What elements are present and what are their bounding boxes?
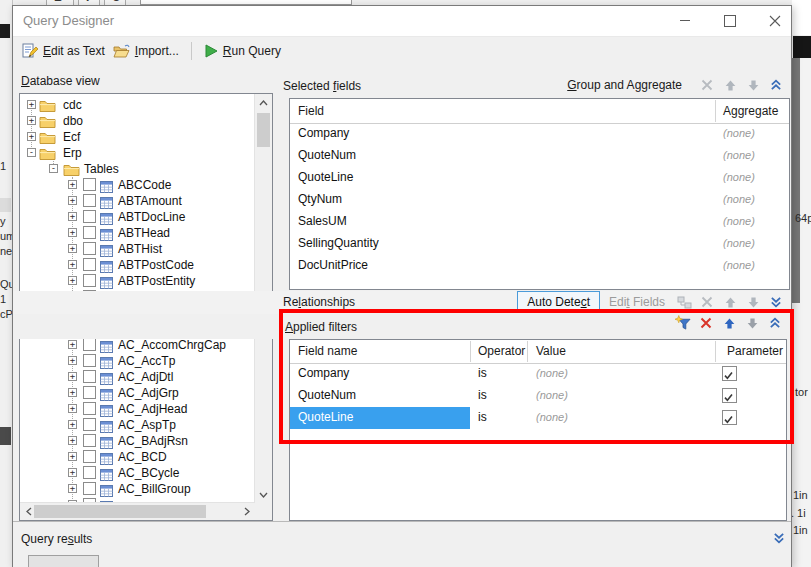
column-header-field-name[interactable]: Field name [298, 340, 357, 363]
move-relationship-down-icon[interactable] [745, 294, 761, 310]
expand-node-icon[interactable]: + [68, 340, 77, 349]
move-filter-up-icon[interactable] [721, 315, 737, 331]
tree-item[interactable]: +ABTPostEntity [20, 273, 250, 289]
tree-item[interactable]: +ABTAmount [20, 193, 250, 209]
scroll-up-icon[interactable] [255, 94, 272, 111]
expand-node-icon[interactable]: + [27, 100, 36, 109]
column-header-operator[interactable]: Operator [478, 340, 525, 363]
tree-checkbox[interactable] [83, 386, 96, 399]
move-filter-down-icon[interactable] [744, 315, 760, 331]
auto-detect-button[interactable]: Auto Detect [517, 291, 600, 313]
edit-fields-button[interactable]: Edit Fields [609, 295, 665, 309]
tree-checkbox[interactable] [83, 178, 96, 191]
expand-node-icon[interactable]: + [68, 276, 77, 285]
titlebar[interactable]: Query Designer [13, 6, 791, 37]
delete-field-icon[interactable] [699, 77, 715, 93]
collapse-filters-icon[interactable] [767, 315, 783, 331]
expand-node-icon[interactable]: + [68, 388, 77, 397]
filter-value[interactable]: (none) [536, 367, 568, 379]
tree-item[interactable]: +dbo [20, 113, 250, 129]
selected-field-row[interactable]: SalesUM(none) [290, 211, 789, 233]
collapse-node-icon[interactable]: - [49, 164, 58, 173]
selected-field-row[interactable]: QtyNum(none) [290, 189, 789, 211]
column-header-value[interactable]: Value [536, 340, 566, 363]
expand-node-icon[interactable]: + [68, 356, 77, 365]
column-header-parameter[interactable]: Parameter [727, 340, 783, 363]
column-header-field[interactable]: Field [298, 99, 324, 122]
run-query-button[interactable]: Run Query [200, 40, 285, 62]
expand-node-icon[interactable]: + [68, 244, 77, 253]
expand-node-icon[interactable]: + [68, 180, 77, 189]
tree-checkbox[interactable] [83, 482, 96, 495]
tree-item[interactable]: +AC_AdjHead [20, 401, 250, 417]
tree-checkbox[interactable] [83, 274, 96, 287]
expand-node-icon[interactable]: + [68, 196, 77, 205]
filter-row[interactable]: Companyis(none) [290, 363, 786, 385]
selected-field-row[interactable]: QuoteLine(none) [290, 167, 789, 189]
aggregate-value[interactable]: (none) [723, 193, 755, 205]
tree-item[interactable]: +AC_AdjDtl [20, 369, 250, 385]
tree-item[interactable]: +cdc [20, 97, 250, 113]
tree-checkbox[interactable] [83, 338, 96, 351]
query-results-button-partial[interactable] [28, 555, 99, 567]
edit-relationship-icon[interactable] [676, 294, 692, 310]
expand-node-icon[interactable]: + [68, 484, 77, 493]
aggregate-value[interactable]: (none) [723, 127, 755, 139]
column-divider[interactable] [715, 341, 716, 362]
tree-checkbox[interactable] [83, 194, 96, 207]
tree-item[interactable]: +AC_BCycle [20, 465, 250, 481]
tree-item[interactable]: +AC_BillGroup [20, 481, 250, 497]
expand-node-icon[interactable]: + [68, 452, 77, 461]
filter-value[interactable]: (none) [536, 411, 568, 423]
tree-item[interactable]: +AC_AspTp [20, 417, 250, 433]
tree-hscroll-thumb[interactable] [34, 505, 206, 518]
tree-item[interactable]: +Ecf [20, 129, 250, 145]
selected-field-row[interactable]: QuoteNum(none) [290, 145, 789, 167]
delete-relationship-icon[interactable] [699, 294, 715, 310]
aggregate-value[interactable]: (none) [723, 149, 755, 161]
tree-checkbox[interactable] [83, 226, 96, 239]
add-filter-icon[interactable] [675, 315, 691, 331]
group-and-aggregate-button[interactable]: Group and Aggregate [567, 78, 682, 92]
tree-checkbox[interactable] [83, 434, 96, 447]
column-divider[interactable] [715, 100, 716, 122]
parameter-checkbox[interactable] [722, 410, 737, 425]
tree-checkbox[interactable] [83, 466, 96, 479]
import-button[interactable]: Import... [109, 40, 183, 62]
minimize-button[interactable] [669, 6, 701, 35]
maximize-button[interactable] [714, 6, 746, 35]
edit-as-text-button[interactable]: Edit as Text [18, 40, 109, 62]
aggregate-value[interactable]: (none) [723, 215, 755, 227]
tree-checkbox[interactable] [83, 258, 96, 271]
tree-checkbox[interactable] [83, 354, 96, 367]
aggregate-value[interactable]: (none) [723, 259, 755, 271]
expand-section-icon[interactable] [768, 294, 784, 310]
tree-item[interactable]: +ABTHead [20, 225, 250, 241]
tree-item[interactable]: +AC_AccTp [20, 353, 250, 369]
scroll-right-icon[interactable] [238, 503, 255, 520]
expand-results-icon[interactable] [771, 530, 787, 546]
selected-field-row[interactable]: SellingQuantity(none) [290, 233, 789, 255]
filter-operator[interactable]: is [478, 410, 487, 424]
tree-checkbox[interactable] [83, 210, 96, 223]
tree-checkbox[interactable] [83, 418, 96, 431]
expand-node-icon[interactable]: + [68, 468, 77, 477]
tree-horizontal-scrollbar[interactable] [20, 502, 255, 520]
expand-node-icon[interactable]: + [68, 212, 77, 221]
filter-value[interactable]: (none) [536, 389, 568, 401]
tree-item[interactable]: +ABCCode [20, 177, 250, 193]
filter-row[interactable]: QuoteNumis(none) [290, 385, 786, 407]
selected-field-row[interactable]: DocUnitPrice(none) [290, 255, 789, 277]
tree-item[interactable]: +AC_AccomChrgCap [20, 337, 250, 353]
tree-item[interactable]: -Tables [20, 161, 250, 177]
move-field-up-icon[interactable] [722, 77, 738, 93]
tree-item[interactable]: -Erp [20, 145, 250, 161]
tree-item[interactable]: +AC_AdjGrp [20, 385, 250, 401]
tree-checkbox[interactable] [83, 402, 96, 415]
filter-operator[interactable]: is [478, 366, 487, 380]
parameter-checkbox[interactable] [722, 366, 737, 381]
tree-item[interactable]: +ABTHist [20, 241, 250, 257]
expand-node-icon[interactable]: + [68, 372, 77, 381]
tree-checkbox[interactable] [83, 450, 96, 463]
column-header-aggregate[interactable]: Aggregate [723, 99, 778, 122]
